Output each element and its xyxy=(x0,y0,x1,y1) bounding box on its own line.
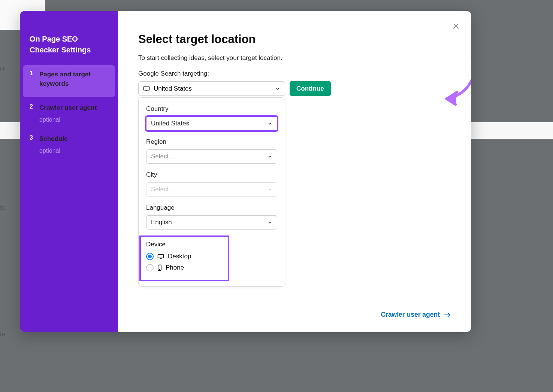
country-label: Country xyxy=(146,105,277,113)
device-radio-desktop[interactable]: Desktop xyxy=(146,253,191,260)
google-targeting-select[interactable]: United States xyxy=(138,81,285,96)
language-label: Language xyxy=(146,204,277,212)
device-desktop-label: Desktop xyxy=(168,253,191,260)
city-placeholder: Select... xyxy=(151,186,174,193)
radio-icon xyxy=(146,264,154,271)
device-phone-label: Phone xyxy=(166,264,184,271)
chevron-down-icon xyxy=(267,154,272,159)
close-icon xyxy=(452,22,460,30)
language-value: English xyxy=(151,219,172,226)
sidebar-title-line1: On Page SEO xyxy=(30,35,78,43)
arrow-right-icon xyxy=(444,312,451,318)
country-value: United States xyxy=(151,120,189,127)
step-label: Crawler user agent xyxy=(39,103,108,113)
device-group: Device Desktop Phone xyxy=(141,237,228,280)
city-label: City xyxy=(146,171,277,179)
svg-rect-1 xyxy=(158,255,164,258)
targeting-value: United States xyxy=(154,85,192,92)
sidebar-step-schedule[interactable]: 3 Schedule optional xyxy=(23,130,115,159)
step-label: Schedule xyxy=(39,134,108,144)
sidebar-step-pages-target-keywords[interactable]: 1 Pages and target keywords xyxy=(23,65,115,97)
step-number: 2 xyxy=(30,103,33,123)
settings-modal: On Page SEO Checker Settings 1 Pages and… xyxy=(20,11,471,332)
bg-text-fragment: te xyxy=(0,331,5,338)
country-select[interactable]: United States xyxy=(146,116,277,131)
step-sublabel: optional xyxy=(39,116,108,123)
sidebar-title-line2: Checker Settings xyxy=(30,46,91,54)
svg-point-3 xyxy=(159,270,160,270)
svg-rect-0 xyxy=(144,86,149,90)
device-radio-phone[interactable]: Phone xyxy=(146,264,191,271)
chevron-down-icon xyxy=(267,187,272,192)
step-number: 1 xyxy=(30,70,33,92)
phone-icon xyxy=(157,264,162,271)
sidebar-step-crawler-user-agent[interactable]: 2 Crawler user agent optional xyxy=(23,98,115,128)
bg-text-fragment: ts xyxy=(0,204,4,211)
region-select[interactable]: Select... xyxy=(146,149,277,164)
region-label: Region xyxy=(146,138,277,146)
step-number: 3 xyxy=(30,134,33,154)
city-select[interactable]: Select... xyxy=(146,182,277,197)
page-heading: Select target location xyxy=(138,33,451,46)
device-label: Device xyxy=(146,241,191,248)
step-sublabel: optional xyxy=(39,148,108,154)
chevron-down-icon xyxy=(275,86,280,91)
region-placeholder: Select... xyxy=(151,153,174,160)
desktop-icon xyxy=(143,86,150,91)
radio-icon xyxy=(146,253,154,260)
targeting-dropdown-panel: Country United States Region Select... C… xyxy=(138,97,285,287)
chevron-down-icon xyxy=(267,220,272,225)
next-step-link[interactable]: Crawler user agent xyxy=(381,311,451,322)
page-subtext: To start collecting ideas, select your t… xyxy=(138,54,451,62)
next-step-label: Crawler user agent xyxy=(381,311,440,319)
step-label: Pages and target keywords xyxy=(39,70,108,88)
modal-main: Select target location To start collecti… xyxy=(118,11,471,332)
desktop-icon xyxy=(157,254,164,259)
annotation-arrow-icon xyxy=(443,54,471,106)
bg-text-fragment: H xyxy=(0,66,4,73)
continue-button[interactable]: Continue xyxy=(290,81,331,96)
modal-sidebar: On Page SEO Checker Settings 1 Pages and… xyxy=(20,11,118,332)
language-select[interactable]: English xyxy=(146,215,277,230)
targeting-label: Google Search targeting: xyxy=(138,70,451,78)
chevron-down-icon xyxy=(267,121,272,126)
sidebar-title: On Page SEO Checker Settings xyxy=(23,34,115,65)
close-button[interactable] xyxy=(449,19,463,33)
